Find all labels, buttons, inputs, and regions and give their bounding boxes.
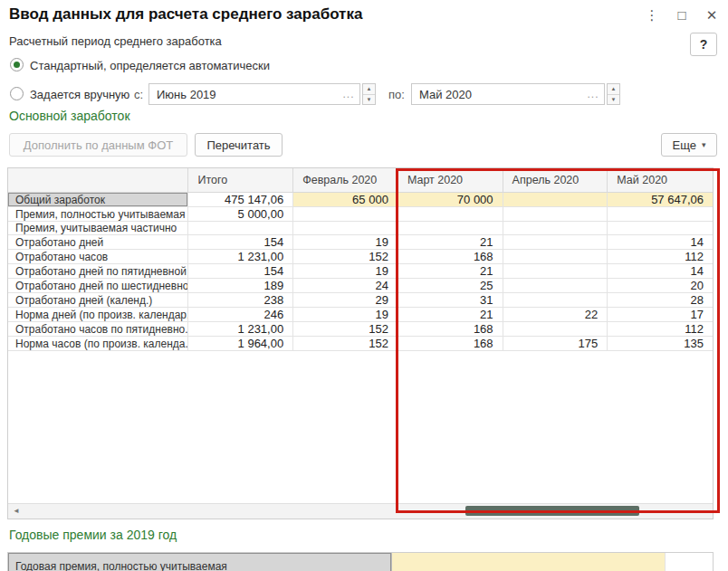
table-cell[interactable] xyxy=(398,222,503,235)
table-cell[interactable] xyxy=(503,293,608,308)
annual-premiums-section-title[interactable]: Годовые премии за 2019 год xyxy=(9,528,177,542)
table-cell[interactable]: 21 xyxy=(398,264,503,279)
table-cell[interactable]: 19 xyxy=(293,308,398,322)
table-cell[interactable]: 112 xyxy=(608,322,713,337)
table-cell[interactable]: 19 xyxy=(293,264,398,279)
to-date-field[interactable]: Май 2020 ... xyxy=(411,83,605,105)
table-row: Премия, учитываемая частично xyxy=(8,222,713,235)
table-cell[interactable]: 189 xyxy=(188,279,293,293)
row-label[interactable]: Отработано часов xyxy=(8,250,188,264)
spinner-up-icon[interactable]: ▲ xyxy=(608,84,619,95)
table-cell[interactable] xyxy=(608,207,713,222)
row-label[interactable]: Норма часов (по произв. календа... xyxy=(8,337,188,351)
table-cell[interactable]: 17 xyxy=(608,308,713,322)
row-label[interactable]: Отработано дней xyxy=(8,235,188,250)
table-cell[interactable]: 475 147,06 xyxy=(188,193,293,207)
column-header[interactable]: Март 2020 xyxy=(398,168,503,192)
table-cell[interactable] xyxy=(188,222,293,235)
table-cell[interactable]: 31 xyxy=(398,293,503,308)
table-cell[interactable]: 168 xyxy=(398,337,503,351)
row-label[interactable]: Отработано дней по шестидневно... xyxy=(8,279,188,293)
row-label[interactable]: Норма дней (по произв. календар... xyxy=(8,308,188,322)
close-icon[interactable]: ✕ xyxy=(704,7,719,24)
radio-manual-period[interactable] xyxy=(10,87,24,100)
table-cell[interactable]: 21 xyxy=(398,235,503,250)
table-cell[interactable]: 57 647,06 xyxy=(608,193,713,207)
row-label[interactable]: Отработано дней по пятидневной ... xyxy=(8,264,188,279)
column-header[interactable]: Май 2020 xyxy=(608,168,713,192)
row-label[interactable]: Общий заработок xyxy=(8,193,188,207)
table-cell[interactable] xyxy=(503,235,608,250)
help-button[interactable]: ? xyxy=(690,33,717,56)
row-label[interactable]: Премия, учитываемая частично xyxy=(8,222,188,235)
more-button[interactable]: Еще ▾ xyxy=(661,133,717,157)
table-cell[interactable]: 29 xyxy=(293,293,398,308)
table-cell[interactable] xyxy=(293,207,398,222)
table-cell[interactable]: 175 xyxy=(503,337,608,351)
table-cell[interactable] xyxy=(503,222,608,235)
table-cell[interactable]: 14 xyxy=(608,235,713,250)
fill-from-fot-button[interactable]: Дополнить по данным ФОТ xyxy=(9,133,187,157)
column-header[interactable]: Февраль 2020 xyxy=(293,168,398,192)
annual-premium-row-label[interactable]: Годовая премия, полностью учитываемая xyxy=(8,553,392,571)
column-header[interactable] xyxy=(8,168,188,192)
table-cell[interactable]: 135 xyxy=(608,337,713,351)
table-cell[interactable]: 154 xyxy=(188,264,293,279)
table-cell[interactable] xyxy=(293,222,398,235)
scroll-left-icon[interactable]: ◄ xyxy=(10,505,23,517)
spinner-up-icon[interactable]: ▲ xyxy=(363,84,375,95)
row-label[interactable]: Отработано дней (календ.) xyxy=(8,293,188,308)
table-cell[interactable]: 246 xyxy=(188,308,293,322)
maximize-icon[interactable]: □ xyxy=(675,7,689,24)
table-cell[interactable]: 24 xyxy=(293,279,398,293)
table-cell[interactable] xyxy=(503,207,608,222)
spinner-down-icon[interactable]: ▼ xyxy=(363,95,375,105)
table-cell[interactable] xyxy=(503,322,608,337)
main-earnings-section-title[interactable]: Основной заработок xyxy=(9,109,130,123)
column-header[interactable]: Апрель 2020 xyxy=(503,168,608,192)
table-cell[interactable]: 22 xyxy=(503,308,608,322)
table-cell[interactable]: 112 xyxy=(608,250,713,264)
table-row: Норма дней (по произв. календар...246192… xyxy=(8,308,713,322)
annual-premium-value-cell[interactable] xyxy=(392,553,666,571)
table-cell[interactable] xyxy=(503,279,608,293)
table-cell[interactable]: 5 000,00 xyxy=(188,207,293,222)
table-cell[interactable]: 65 000 xyxy=(293,193,398,207)
from-date-value: Июнь 2019 xyxy=(149,88,338,101)
table-cell[interactable]: 25 xyxy=(398,279,503,293)
table-cell[interactable]: 70 000 xyxy=(398,193,503,207)
kebab-menu-icon[interactable]: ⋮ xyxy=(645,7,659,24)
table-row: Отработано дней154192114 xyxy=(8,235,713,250)
radio-standard-period[interactable] xyxy=(10,58,24,71)
column-header[interactable]: Итого xyxy=(188,168,293,192)
table-cell[interactable]: 14 xyxy=(608,264,713,279)
table-cell[interactable] xyxy=(398,207,503,222)
horizontal-scrollbar[interactable]: ◄ xyxy=(8,503,713,519)
row-label[interactable]: Премия, полностью учитываемая xyxy=(8,207,188,222)
to-date-picker-icon[interactable]: ... xyxy=(582,88,604,100)
table-cell[interactable]: 168 xyxy=(398,250,503,264)
table-cell[interactable]: 28 xyxy=(608,293,713,308)
table-cell[interactable]: 238 xyxy=(188,293,293,308)
scrollbar-thumb[interactable] xyxy=(465,506,639,516)
table-cell[interactable]: 1 964,00 xyxy=(188,337,293,351)
table-cell[interactable] xyxy=(503,264,608,279)
table-cell[interactable]: 20 xyxy=(608,279,713,293)
table-cell[interactable]: 152 xyxy=(293,250,398,264)
reread-button[interactable]: Перечитать xyxy=(195,133,283,157)
table-cell[interactable]: 1 231,00 xyxy=(188,322,293,337)
table-cell[interactable]: 152 xyxy=(293,337,398,351)
table-cell[interactable]: 154 xyxy=(188,235,293,250)
table-cell[interactable] xyxy=(608,222,713,235)
from-date-picker-icon[interactable]: ... xyxy=(338,88,359,100)
from-date-field[interactable]: Июнь 2019 ... xyxy=(148,83,360,105)
table-cell[interactable]: 152 xyxy=(293,322,398,337)
table-cell[interactable]: 168 xyxy=(398,322,503,337)
table-cell[interactable]: 19 xyxy=(293,235,398,250)
row-label[interactable]: Отработано часов по пятидневно... xyxy=(8,322,188,337)
table-cell[interactable]: 21 xyxy=(398,308,503,322)
spinner-down-icon[interactable]: ▼ xyxy=(608,95,619,105)
table-cell[interactable] xyxy=(503,250,608,264)
table-cell[interactable] xyxy=(503,193,608,207)
table-cell[interactable]: 1 231,00 xyxy=(188,250,293,264)
